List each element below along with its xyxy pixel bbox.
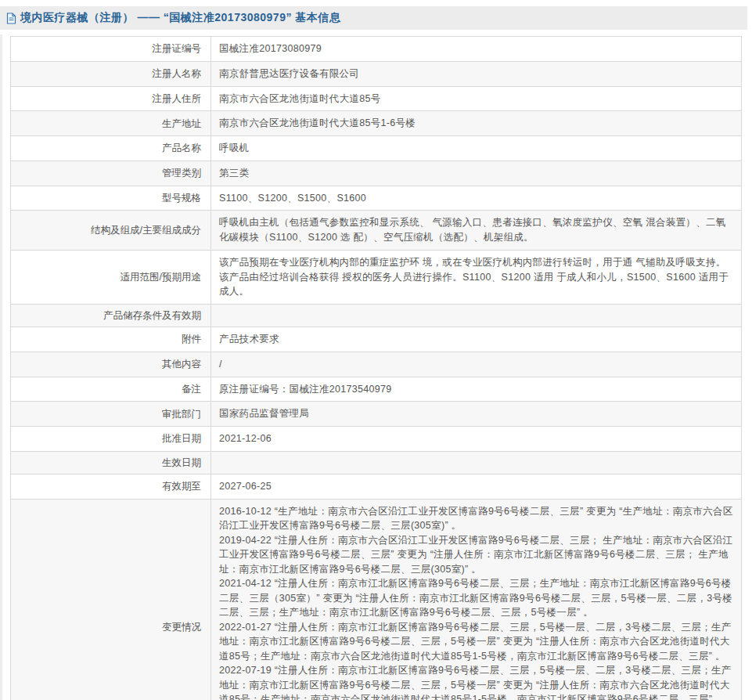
row-label: 产品储存条件及有效期 xyxy=(11,305,211,327)
row-value: 该产品预期在专业医疗机构内部的重症监护环 境，或在专业医疗机构内部进行转运时，用… xyxy=(211,250,742,304)
change-entry: 2016-10-12 “生产地址：南京市六合区沿江工业开发区博富路9号6号楼二层… xyxy=(219,504,733,533)
row-registrant-name: 注册人名称 南京舒普思达医疗设备有限公司 xyxy=(11,61,742,86)
row-effective-date: 生效日期 xyxy=(11,451,742,474)
row-value xyxy=(211,305,742,327)
change-history-cell: 2016-10-12 “生产地址：南京市六合区沿江工业开发区博富路9号6号楼二层… xyxy=(211,499,742,700)
row-approval-date: 批准日期 2021-12-06 xyxy=(11,427,742,452)
row-remarks: 备注 原注册证编号：国械注准20173540979 xyxy=(11,377,742,402)
page-title: 境内医疗器械（注册） —— “国械注准20173080979” 基本信息 xyxy=(20,11,340,25)
row-registrant-address: 注册人住所 南京市六合区龙池街道时代大道85号 xyxy=(11,86,742,111)
row-value: / xyxy=(211,352,742,377)
row-value: 2027-06-25 xyxy=(211,474,742,499)
row-label: 其他内容 xyxy=(11,352,211,377)
row-label: 注册证编号 xyxy=(11,37,211,62)
change-entry: 2022-01-27 “注册人住所：南京市江北新区博富路9号6号楼二层、三层，5… xyxy=(219,620,733,664)
row-label: 注册人名称 xyxy=(11,61,211,86)
row-value: 第三类 xyxy=(211,161,742,186)
row-product-name: 产品名称 呼吸机 xyxy=(11,136,742,161)
row-label: 型号规格 xyxy=(11,186,211,211)
row-label: 注册人住所 xyxy=(11,86,211,111)
page-header-bar: 境内医疗器械（注册） —— “国械注准20173080979” 基本信息 xyxy=(0,6,747,30)
row-model-spec: 型号规格 S1100、S1200、S1500、S1600 xyxy=(11,186,742,211)
row-valid-until: 有效期至 2027-06-25 xyxy=(11,474,742,499)
row-value: 呼吸机由主机（包括通气参数监控和显示系统、 气源输入口、患者连接口、氧浓度监护仪… xyxy=(211,211,742,251)
row-reg-cert-number: 注册证编号 国械注准20173080979 xyxy=(11,37,742,62)
row-value: 国械注准20173080979 xyxy=(211,37,742,62)
row-label: 结构及组成/主要组成成分 xyxy=(11,211,211,251)
row-label: 附件 xyxy=(11,327,211,352)
change-entry: 2019-04-22 “注册人住所：南京市六合区沿江工业开发区博富路9号6号楼二… xyxy=(219,533,733,577)
document-icon xyxy=(6,13,16,24)
row-structure-composition: 结构及组成/主要组成成分 呼吸机由主机（包括通气参数监控和显示系统、 气源输入口… xyxy=(11,211,742,251)
row-value: 产品技术要求 xyxy=(211,327,742,352)
row-intended-use: 适用范围/预期用途 该产品预期在专业医疗机构内部的重症监护环 境，或在专业医疗机… xyxy=(11,250,742,304)
row-value xyxy=(211,451,742,474)
row-value: 2021-12-06 xyxy=(211,427,742,452)
row-label: 生效日期 xyxy=(11,451,211,474)
row-label: 管理类别 xyxy=(11,161,211,186)
row-value: 南京舒普思达医疗设备有限公司 xyxy=(211,61,742,86)
registration-info-table: 注册证编号 国械注准20173080979 注册人名称 南京舒普思达医疗设备有限… xyxy=(10,36,742,700)
row-production-address: 生产地址 南京市六合区龙池街道时代大道85号1-6号楼 xyxy=(11,111,742,136)
row-label: 变更情况 xyxy=(11,499,211,700)
row-value: 南京市六合区龙池街道时代大道85号 xyxy=(211,86,742,111)
row-value: 南京市六合区龙池街道时代大道85号1-6号楼 xyxy=(211,111,742,136)
row-approval-department: 审批部门 国家药品监督管理局 xyxy=(11,402,742,427)
row-label: 备注 xyxy=(11,377,211,402)
row-change-history: 变更情况 2016-10-12 “生产地址：南京市六合区沿江工业开发区博富路9号… xyxy=(11,499,742,700)
row-attachment: 附件 产品技术要求 xyxy=(11,327,742,352)
row-label: 审批部门 xyxy=(11,402,211,427)
row-label: 产品名称 xyxy=(11,136,211,161)
row-other-content: 其他内容 / xyxy=(11,352,742,377)
row-storage-conditions: 产品储存条件及有效期 xyxy=(11,305,742,327)
row-value: 原注册证编号：国械注准20173540979 xyxy=(211,377,742,402)
row-label: 生产地址 xyxy=(11,111,211,136)
page-left-edge xyxy=(0,34,2,700)
row-value: S1100、S1200、S1500、S1600 xyxy=(211,186,742,211)
row-value: 国家药品监督管理局 xyxy=(211,402,742,427)
row-label: 有效期至 xyxy=(11,474,211,499)
row-label: 适用范围/预期用途 xyxy=(11,250,211,304)
change-entry: 2022-07-19 “注册人住所：南京市江北新区博富路9号6号楼二层、三层，5… xyxy=(219,663,733,700)
row-value: 呼吸机 xyxy=(211,136,742,161)
row-management-class: 管理类别 第三类 xyxy=(11,161,742,186)
row-label: 批准日期 xyxy=(11,427,211,452)
change-entry: 2021-04-12 “注册人住所：南京市江北新区博富路9号6号楼二层、三层；生… xyxy=(219,576,733,620)
